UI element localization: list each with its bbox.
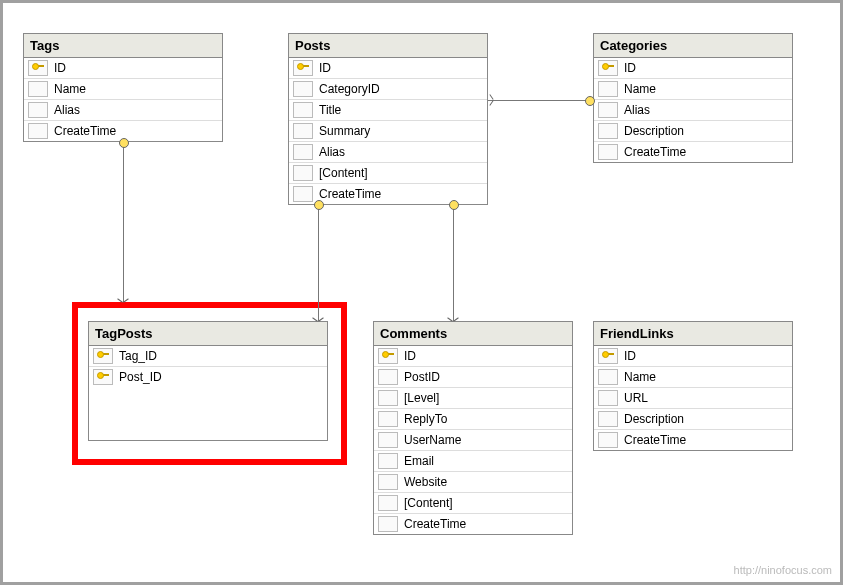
column-row[interactable]: Email — [374, 451, 572, 472]
column-name: UserName — [404, 433, 568, 447]
column-row[interactable]: Name — [594, 367, 792, 388]
primary-key-icon — [598, 348, 618, 364]
column-row[interactable]: Alias — [24, 100, 222, 121]
column-name: CreateTime — [624, 433, 788, 447]
column-row[interactable]: Description — [594, 121, 792, 142]
column-name: CreateTime — [624, 145, 788, 159]
diagram-canvas: Tags IDNameAliasCreateTime Posts IDCateg… — [0, 0, 843, 585]
table-friendlinks[interactable]: FriendLinks IDNameURLDescriptionCreateTi… — [593, 321, 793, 451]
column-icon — [378, 453, 398, 469]
column-icon — [378, 516, 398, 532]
column-row[interactable]: [Content] — [374, 493, 572, 514]
table-friendlinks-header: FriendLinks — [594, 322, 792, 346]
column-name: Post_ID — [119, 370, 323, 384]
column-row[interactable]: CategoryID — [289, 79, 487, 100]
column-icon — [378, 390, 398, 406]
column-row[interactable]: ID — [594, 58, 792, 79]
column-name: Website — [404, 475, 568, 489]
watermark: http://ninofocus.com — [734, 564, 832, 576]
column-name: URL — [624, 391, 788, 405]
column-row[interactable]: Summary — [289, 121, 487, 142]
column-row[interactable]: CreateTime — [594, 142, 792, 162]
column-row[interactable]: ReplyTo — [374, 409, 572, 430]
primary-key-icon — [93, 348, 113, 364]
table-tags-columns: IDNameAliasCreateTime — [24, 58, 222, 141]
column-row[interactable]: CreateTime — [374, 514, 572, 534]
table-comments-header: Comments — [374, 322, 572, 346]
table-tags[interactable]: Tags IDNameAliasCreateTime — [23, 33, 223, 142]
column-icon — [293, 81, 313, 97]
column-name: CategoryID — [319, 82, 483, 96]
column-name: Alias — [54, 103, 218, 117]
column-icon — [598, 432, 618, 448]
column-name: ID — [624, 349, 788, 363]
column-row[interactable]: UserName — [374, 430, 572, 451]
column-row[interactable]: ID — [594, 346, 792, 367]
table-posts[interactable]: Posts IDCategoryIDTitleSummaryAlias[Cont… — [288, 33, 488, 205]
table-comments[interactable]: Comments IDPostID[Level]ReplyToUserNameE… — [373, 321, 573, 535]
column-name: Description — [624, 124, 788, 138]
column-name: ID — [404, 349, 568, 363]
column-icon — [378, 369, 398, 385]
column-name: ID — [319, 61, 483, 75]
column-row[interactable]: [Level] — [374, 388, 572, 409]
table-categories-columns: IDNameAliasDescriptionCreateTime — [594, 58, 792, 162]
column-row[interactable]: Title — [289, 100, 487, 121]
rel-posts-categories — [488, 100, 593, 101]
column-name: Title — [319, 103, 483, 117]
column-row[interactable]: Alias — [594, 100, 792, 121]
column-row[interactable]: URL — [594, 388, 792, 409]
primary-key-icon — [598, 60, 618, 76]
column-name: Tag_ID — [119, 349, 323, 363]
column-name: CreateTime — [404, 517, 568, 531]
column-row[interactable]: ID — [24, 58, 222, 79]
column-row[interactable]: Description — [594, 409, 792, 430]
column-icon — [293, 144, 313, 160]
column-icon — [378, 432, 398, 448]
column-name: Alias — [624, 103, 788, 117]
column-icon — [598, 123, 618, 139]
column-icon — [378, 495, 398, 511]
column-name: PostID — [404, 370, 568, 384]
column-icon — [293, 123, 313, 139]
column-name: Alias — [319, 145, 483, 159]
column-name: Name — [54, 82, 218, 96]
table-tagposts[interactable]: TagPosts Tag_IDPost_ID — [88, 321, 328, 441]
column-icon — [293, 186, 313, 202]
column-row[interactable]: Alias — [289, 142, 487, 163]
primary-key-icon — [378, 348, 398, 364]
column-row[interactable]: CreateTime — [594, 430, 792, 450]
column-icon — [598, 369, 618, 385]
column-icon — [293, 165, 313, 181]
column-icon — [378, 411, 398, 427]
column-row[interactable]: [Content] — [289, 163, 487, 184]
rel-crowfoot-icon — [449, 316, 457, 324]
rel-endpoint-icon — [119, 138, 129, 148]
column-icon — [598, 144, 618, 160]
column-row[interactable]: ID — [374, 346, 572, 367]
rel-tags-tagposts — [123, 141, 124, 302]
column-row[interactable]: Post_ID — [89, 367, 327, 387]
column-icon — [293, 102, 313, 118]
column-name: CreateTime — [319, 187, 483, 201]
column-row[interactable]: Name — [24, 79, 222, 100]
column-name: Summary — [319, 124, 483, 138]
column-name: Name — [624, 370, 788, 384]
column-row[interactable]: PostID — [374, 367, 572, 388]
column-row[interactable]: ID — [289, 58, 487, 79]
table-categories[interactable]: Categories IDNameAliasDescriptionCreateT… — [593, 33, 793, 163]
column-row[interactable]: Website — [374, 472, 572, 493]
column-icon — [598, 411, 618, 427]
rel-crowfoot-icon — [314, 316, 322, 324]
column-row[interactable]: Name — [594, 79, 792, 100]
rel-endpoint-icon — [314, 200, 324, 210]
table-categories-header: Categories — [594, 34, 792, 58]
column-name: Email — [404, 454, 568, 468]
column-row[interactable]: Tag_ID — [89, 346, 327, 367]
column-name: Name — [624, 82, 788, 96]
column-name: ReplyTo — [404, 412, 568, 426]
column-name: [Content] — [319, 166, 483, 180]
column-name: ID — [624, 61, 788, 75]
column-name: [Content] — [404, 496, 568, 510]
rel-crowfoot-icon — [487, 96, 495, 104]
